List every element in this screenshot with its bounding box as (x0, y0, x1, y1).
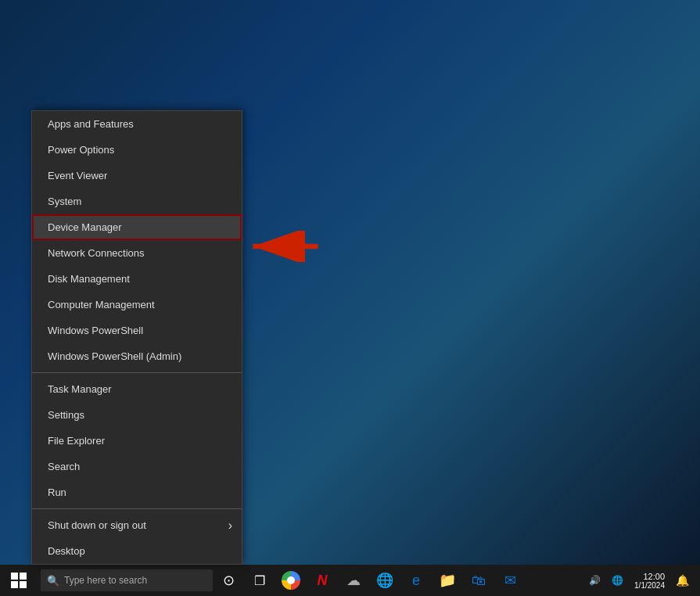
menu-item-disk-management[interactable]: Disk Management (32, 266, 242, 292)
store-icon: 🛍 (472, 573, 486, 589)
search-placeholder-text: Type here to search (64, 575, 147, 586)
file-explorer-icon: 📁 (439, 572, 456, 589)
arrow-annotation (246, 231, 325, 262)
network-icon: 🌐 (376, 572, 393, 589)
task-view-button[interactable]: ❐ (244, 565, 275, 596)
taskbar-search[interactable]: 🔍 Type here to search (41, 569, 213, 591)
menu-item-windows-powershell-admin[interactable]: Windows PowerShell (Admin) (32, 343, 242, 369)
network-taskbar-icon[interactable]: 🌐 (369, 565, 400, 596)
clock-display: 12:00 1/1/2024 (634, 572, 665, 590)
menu-item-desktop[interactable]: Desktop (32, 538, 242, 564)
menu-item-shut-down-sign-out[interactable]: Shut down or sign out (32, 512, 242, 538)
mail-icon: ✉ (504, 572, 516, 589)
mail-taskbar-icon[interactable]: ✉ (494, 565, 526, 596)
menu-item-search[interactable]: Search (32, 454, 242, 479)
notification-icon[interactable]: 🔔 (671, 565, 694, 596)
system-tray: 🔊 🌐 12:00 1/1/2024 🔔 (584, 565, 700, 596)
edge-icon: e (412, 573, 420, 589)
menu-item-network-connections[interactable]: Network Connections (32, 240, 242, 266)
menu-item-file-explorer[interactable]: File Explorer (32, 428, 242, 454)
onedrive-taskbar-icon[interactable]: ☁ (338, 565, 369, 596)
divider-1 (32, 372, 242, 373)
edge-taskbar-icon[interactable]: e (400, 565, 432, 596)
task-view-icon: ❐ (254, 573, 265, 588)
menu-item-event-viewer[interactable]: Event Viewer (32, 163, 242, 188)
menu-item-task-manager[interactable]: Task Manager (32, 376, 242, 402)
menu-item-device-manager[interactable]: Device Manager (32, 214, 242, 240)
menu-item-computer-management[interactable]: Computer Management (32, 292, 242, 318)
windows-logo-icon (11, 573, 27, 588)
taskbar: 🔍 Type here to search ⊙ ❐ N ☁ 🌐 e 📁 🛍 ✉ … (0, 565, 700, 596)
menu-item-system[interactable]: System (32, 188, 242, 214)
search-icon: 🔍 (47, 575, 59, 587)
menu-item-settings[interactable]: Settings (32, 402, 242, 428)
chrome-icon (282, 571, 300, 590)
onedrive-icon: ☁ (346, 572, 361, 589)
store-taskbar-icon[interactable]: 🛍 (463, 565, 494, 596)
cortana-button[interactable]: ⊙ (213, 565, 244, 596)
netflix-taskbar-icon[interactable]: N (307, 565, 338, 596)
menu-item-apps-features[interactable]: Apps and Features (32, 111, 242, 137)
menu-item-windows-powershell[interactable]: Windows PowerShell (32, 318, 242, 343)
menu-item-power-options[interactable]: Power Options (32, 137, 242, 163)
netflix-icon: N (318, 573, 328, 589)
cortana-icon: ⊙ (223, 572, 235, 589)
tray-clock[interactable]: 12:00 1/1/2024 (630, 565, 669, 596)
start-button[interactable] (0, 565, 38, 596)
divider-2 (32, 508, 242, 509)
menu-item-run[interactable]: Run (32, 479, 242, 505)
tray-volume-icon[interactable]: 🌐 (607, 565, 628, 596)
chrome-taskbar-icon[interactable] (275, 565, 307, 596)
context-menu: Apps and Features Power Options Event Vi… (31, 110, 242, 565)
fileexplorer-taskbar-icon[interactable]: 📁 (432, 565, 463, 596)
tray-network-icon[interactable]: 🔊 (584, 565, 605, 596)
